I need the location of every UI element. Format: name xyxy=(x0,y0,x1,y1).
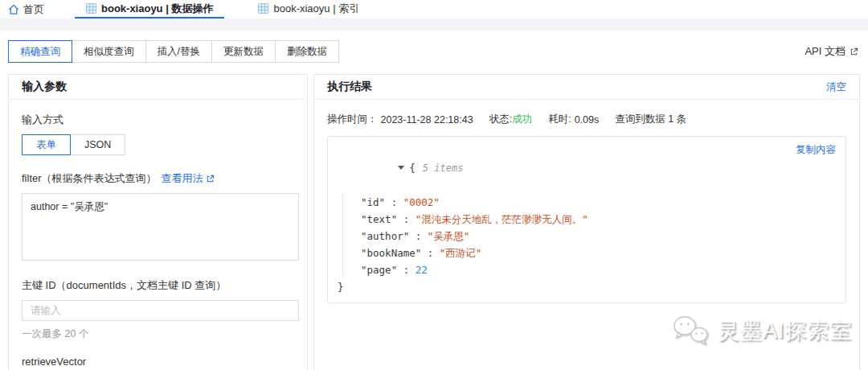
json-value: "吴承恩" xyxy=(428,230,470,242)
json-value: "混沌未分天地乱，茫茫渺渺无人间。" xyxy=(416,213,588,225)
nav-home-label: 首页 xyxy=(23,2,44,17)
json-colon: : xyxy=(385,196,403,208)
collapse-arrow-icon[interactable] xyxy=(398,166,404,170)
json-key: "author" xyxy=(361,230,409,242)
main-content: 输入参数 输入方式 表单 JSON filter（根据条件表达式查询） 查看用法… xyxy=(0,74,868,370)
json-colon: : xyxy=(421,247,440,259)
result-count: 查询到数据 1 条 xyxy=(615,113,686,126)
cost-value: 0.09s xyxy=(575,114,600,125)
open-brace: { xyxy=(409,162,416,174)
filter-usage-label: 查看用法 xyxy=(162,171,203,186)
external-link-icon xyxy=(850,47,858,56)
input-method-form[interactable]: 表单 xyxy=(22,134,71,155)
json-value: "0002" xyxy=(403,196,440,208)
json-key: "page" xyxy=(361,264,397,276)
query-tab-group: 精确查询 相似度查询 插入/替换 更新数据 删除数据 xyxy=(8,40,339,63)
tab-insert-replace[interactable]: 插入/替换 xyxy=(145,40,212,63)
json-close-line: } xyxy=(338,278,836,295)
filter-input[interactable]: author = "吴承恩" xyxy=(22,193,299,261)
tab-similarity-query[interactable]: 相似度查询 xyxy=(72,40,146,63)
api-doc-label: API 文档 xyxy=(805,44,845,59)
home-icon xyxy=(8,4,19,15)
result-body: 操作时间： 2023-11-28 22:18:43 状态: 成功 耗时: 0.0… xyxy=(314,100,859,316)
filter-usage-link[interactable]: 查看用法 xyxy=(162,171,215,186)
json-colon: : xyxy=(409,230,428,242)
json-key: "bookName" xyxy=(361,247,421,259)
primary-key-hint: 一次最多 20 个 xyxy=(22,327,294,341)
op-time-label: 操作时间： xyxy=(327,113,378,126)
json-value: 22 xyxy=(416,264,428,276)
close-brace: } xyxy=(338,281,344,293)
nav-tab-data-operations[interactable]: book-xiaoyu | 数据操作 xyxy=(75,0,224,18)
table-icon xyxy=(86,3,96,14)
json-open-line: {5 items xyxy=(338,142,836,194)
query-toolbar: 精确查询 相似度查询 插入/替换 更新数据 删除数据 API 文档 xyxy=(0,31,868,74)
items-count: 5 items xyxy=(423,162,464,174)
json-field-row: "text" : "混沌未分天地乱，茫茫渺渺无人间。" xyxy=(361,211,836,228)
input-method-json[interactable]: JSON xyxy=(70,134,125,155)
primary-key-label: 主键 ID（documentIds，文档主键 ID 查询） xyxy=(22,278,294,293)
json-result-viewer: 复制内容 {5 items "id" : "0002" "text" : "混沌… xyxy=(327,136,846,303)
top-nav: 首页 book-xiaoyu | 数据操作 book-xiaoyu | 索引 xyxy=(0,0,868,18)
json-fields: "id" : "0002" "text" : "混沌未分天地乱，茫茫渺渺无人间。… xyxy=(342,194,836,278)
json-key: "id" xyxy=(361,196,385,208)
op-time-value: 2023-11-28 22:18:43 xyxy=(381,114,473,125)
json-key: "text" xyxy=(361,213,397,225)
input-method-toggle: 表单 JSON xyxy=(22,134,125,155)
result-meta-line: 操作时间： 2023-11-28 22:18:43 状态: 成功 耗时: 0.0… xyxy=(327,113,846,126)
json-field-row: "id" : "0002" xyxy=(361,194,836,211)
divider-strip xyxy=(0,18,868,31)
nav-tab-label: book-xiaoyu | 索引 xyxy=(273,2,359,16)
primary-key-input[interactable] xyxy=(22,300,299,321)
filter-label-row: filter（根据条件表达式查询） 查看用法 xyxy=(22,171,294,186)
json-field-row: "bookName" : "西游记" xyxy=(361,245,836,261)
input-params-body: 输入方式 表单 JSON filter（根据条件表达式查询） 查看用法 auth… xyxy=(9,100,307,370)
nav-tab-label: book-xiaoyu | 数据操作 xyxy=(101,2,213,16)
input-params-panel: 输入参数 输入方式 表单 JSON filter（根据条件表达式查询） 查看用法… xyxy=(8,74,308,370)
json-field-row: "author" : "吴承恩" xyxy=(361,228,836,245)
tab-update-data[interactable]: 更新数据 xyxy=(211,40,276,63)
copy-content-link[interactable]: 复制内容 xyxy=(796,143,836,157)
tab-exact-query[interactable]: 精确查询 xyxy=(8,40,72,63)
input-method-label: 输入方式 xyxy=(22,113,294,127)
result-header: 执行结果 清空 xyxy=(314,75,859,100)
api-doc-link[interactable]: API 文档 xyxy=(805,44,858,59)
json-field-row: "page" : 22 xyxy=(361,261,836,278)
external-link-icon xyxy=(206,175,215,183)
input-params-title: 输入参数 xyxy=(22,80,67,94)
input-params-header: 输入参数 xyxy=(9,75,307,100)
json-colon: : xyxy=(397,264,416,276)
json-colon: : xyxy=(397,213,416,225)
nav-home[interactable]: 首页 xyxy=(6,0,52,18)
status-label: 状态: xyxy=(489,113,512,126)
tab-delete-data[interactable]: 删除数据 xyxy=(275,40,339,63)
filter-label: filter（根据条件表达式查询） xyxy=(22,171,157,186)
clear-result-link[interactable]: 清空 xyxy=(826,80,846,94)
result-title: 执行结果 xyxy=(327,80,372,94)
cost-label: 耗时: xyxy=(548,113,571,126)
result-panel: 执行结果 清空 操作时间： 2023-11-28 22:18:43 状态: 成功… xyxy=(313,74,860,370)
retrieve-vector-label: retrieveVector xyxy=(22,356,294,368)
json-value: "西游记" xyxy=(440,247,482,259)
table-icon xyxy=(258,3,268,14)
status-badge: 成功 xyxy=(512,113,532,126)
nav-tab-index[interactable]: book-xiaoyu | 索引 xyxy=(247,0,371,18)
